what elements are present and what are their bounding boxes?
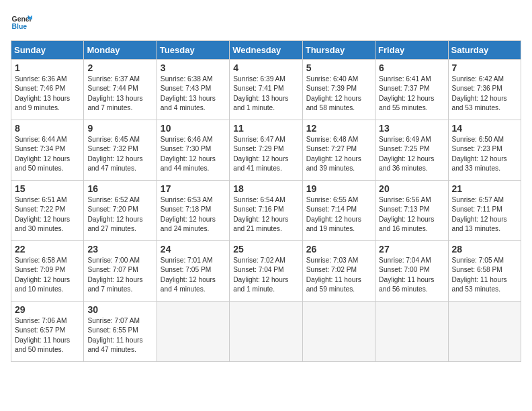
day-info: Sunrise: 6:51 AM Sunset: 7:22 PM Dayligh… (15, 195, 80, 234)
sunset-label: Sunset: 7:46 PM (15, 85, 65, 92)
day-number: 8 (15, 123, 80, 134)
daylight-label: Daylight: 11 hours and 50 minutes. (15, 336, 70, 353)
daylight-label: Daylight: 12 hours and 36 minutes. (379, 155, 434, 172)
day-number: 17 (161, 183, 226, 194)
sunset-label: Sunset: 7:44 PM (87, 85, 138, 92)
daylight-label: Daylight: 12 hours and 19 minutes. (306, 216, 361, 232)
day-info: Sunrise: 6:42 AM Sunset: 7:36 PM Dayligh… (452, 75, 517, 113)
sunrise-label: Sunrise: 6:48 AM (306, 136, 359, 143)
sunset-label: Sunset: 7:41 PM (233, 85, 283, 92)
day-number: 30 (87, 304, 152, 315)
daylight-label: Daylight: 12 hours and 13 minutes. (452, 216, 507, 232)
day-number: 12 (306, 123, 371, 134)
calendar-cell: 21 Sunrise: 6:57 AM Sunset: 7:11 PM Dayl… (448, 181, 521, 241)
day-info: Sunrise: 6:57 AM Sunset: 7:11 PM Dayligh… (452, 195, 517, 234)
sunset-label: Sunset: 7:02 PM (306, 266, 357, 273)
sunrise-label: Sunrise: 6:54 AM (233, 196, 285, 203)
daylight-label: Daylight: 12 hours and 21 minutes. (233, 216, 288, 232)
day-info: Sunrise: 6:49 AM Sunset: 7:25 PM Dayligh… (379, 135, 444, 173)
daylight-label: Daylight: 12 hours and 7 minutes. (87, 276, 142, 293)
sunrise-label: Sunrise: 7:03 AM (306, 257, 359, 264)
sunset-label: Sunset: 7:00 PM (379, 266, 429, 273)
calendar-cell: 1 Sunrise: 6:36 AM Sunset: 7:46 PM Dayli… (11, 60, 84, 120)
daylight-label: Daylight: 12 hours and 55 minutes. (379, 95, 434, 111)
sunset-label: Sunset: 6:58 PM (452, 266, 502, 273)
day-number: 6 (379, 62, 444, 73)
day-number: 26 (306, 244, 371, 255)
sunset-label: Sunset: 7:25 PM (379, 145, 429, 152)
calendar-cell: 23 Sunrise: 7:00 AM Sunset: 7:07 PM Dayl… (84, 241, 157, 302)
daylight-label: Daylight: 12 hours and 53 minutes. (452, 95, 507, 111)
calendar-cell: 20 Sunrise: 6:56 AM Sunset: 7:13 PM Dayl… (375, 181, 448, 241)
sunrise-label: Sunrise: 7:01 AM (161, 257, 213, 264)
daylight-label: Daylight: 12 hours and 27 minutes. (87, 216, 142, 232)
calendar-cell: 10 Sunrise: 6:46 AM Sunset: 7:30 PM Dayl… (157, 120, 229, 181)
day-number: 19 (306, 183, 371, 194)
calendar-cell: 30 Sunrise: 7:07 AM Sunset: 6:55 PM Dayl… (84, 302, 157, 362)
calendar-cell: 19 Sunrise: 6:55 AM Sunset: 7:14 PM Dayl… (302, 181, 375, 241)
calendar-week-1: 1 Sunrise: 6:36 AM Sunset: 7:46 PM Dayli… (11, 60, 521, 120)
calendar-cell: 5 Sunrise: 6:40 AM Sunset: 7:39 PM Dayli… (302, 60, 375, 120)
calendar-cell: 22 Sunrise: 6:58 AM Sunset: 7:09 PM Dayl… (11, 241, 84, 302)
sunset-label: Sunset: 7:20 PM (87, 205, 138, 213)
calendar-cell: 4 Sunrise: 6:39 AM Sunset: 7:41 PM Dayli… (230, 60, 302, 120)
sunrise-label: Sunrise: 6:52 AM (87, 196, 140, 203)
sunrise-label: Sunrise: 6:57 AM (452, 196, 504, 203)
calendar-body: 1 Sunrise: 6:36 AM Sunset: 7:46 PM Dayli… (11, 60, 521, 362)
sunrise-label: Sunrise: 6:37 AM (87, 75, 140, 83)
calendar-cell: 17 Sunrise: 6:53 AM Sunset: 7:18 PM Dayl… (157, 181, 229, 241)
day-number: 15 (15, 183, 80, 194)
calendar-cell: 12 Sunrise: 6:48 AM Sunset: 7:27 PM Dayl… (302, 120, 375, 181)
sunrise-label: Sunrise: 6:50 AM (452, 136, 504, 143)
day-number: 13 (379, 123, 444, 134)
calendar-cell: 26 Sunrise: 7:03 AM Sunset: 7:02 PM Dayl… (302, 241, 375, 302)
sunrise-label: Sunrise: 6:38 AM (161, 75, 213, 83)
calendar-header-wednesday: Wednesday (230, 41, 302, 60)
calendar-cell: 29 Sunrise: 7:06 AM Sunset: 6:57 PM Dayl… (11, 302, 84, 362)
day-number: 16 (87, 183, 152, 194)
sunset-label: Sunset: 7:22 PM (15, 205, 65, 213)
day-number: 22 (15, 244, 80, 255)
sunset-label: Sunset: 6:57 PM (15, 326, 65, 334)
daylight-label: Daylight: 12 hours and 10 minutes. (15, 276, 70, 293)
sunrise-label: Sunrise: 6:47 AM (233, 136, 285, 143)
sunrise-label: Sunrise: 6:36 AM (15, 75, 67, 83)
daylight-label: Daylight: 13 hours and 4 minutes. (161, 95, 216, 111)
calendar-header-monday: Monday (84, 41, 157, 60)
calendar-cell: 16 Sunrise: 6:52 AM Sunset: 7:20 PM Dayl… (84, 181, 157, 241)
day-info: Sunrise: 6:48 AM Sunset: 7:27 PM Dayligh… (306, 135, 371, 173)
calendar-week-2: 8 Sunrise: 6:44 AM Sunset: 7:34 PM Dayli… (11, 120, 521, 181)
day-info: Sunrise: 6:38 AM Sunset: 7:43 PM Dayligh… (161, 75, 226, 113)
sunset-label: Sunset: 7:07 PM (87, 266, 138, 273)
day-info: Sunrise: 7:06 AM Sunset: 6:57 PM Dayligh… (15, 316, 80, 355)
page-header: General Blue (11, 11, 521, 32)
sunrise-label: Sunrise: 6:42 AM (452, 75, 504, 83)
sunrise-label: Sunrise: 6:49 AM (379, 136, 431, 143)
daylight-label: Daylight: 12 hours and 30 minutes. (15, 216, 70, 232)
svg-text:Blue: Blue (12, 23, 28, 30)
sunrise-label: Sunrise: 7:07 AM (87, 317, 140, 324)
calendar-cell: 2 Sunrise: 6:37 AM Sunset: 7:44 PM Dayli… (84, 60, 157, 120)
calendar-cell: 13 Sunrise: 6:49 AM Sunset: 7:25 PM Dayl… (375, 120, 448, 181)
sunrise-label: Sunrise: 6:55 AM (306, 196, 359, 203)
calendar-week-4: 22 Sunrise: 6:58 AM Sunset: 7:09 PM Dayl… (11, 241, 521, 302)
sunrise-label: Sunrise: 6:41 AM (379, 75, 431, 83)
sunrise-label: Sunrise: 6:58 AM (15, 257, 67, 264)
sunset-label: Sunset: 7:39 PM (306, 85, 357, 92)
sunset-label: Sunset: 7:43 PM (161, 85, 211, 92)
calendar-cell: 24 Sunrise: 7:01 AM Sunset: 7:05 PM Dayl… (157, 241, 229, 302)
day-info: Sunrise: 6:46 AM Sunset: 7:30 PM Dayligh… (161, 135, 226, 173)
sunrise-label: Sunrise: 7:00 AM (87, 257, 140, 264)
sunrise-label: Sunrise: 7:02 AM (233, 257, 285, 264)
calendar-cell: 18 Sunrise: 6:54 AM Sunset: 7:16 PM Dayl… (230, 181, 302, 241)
daylight-label: Daylight: 12 hours and 41 minutes. (233, 155, 288, 172)
sunset-label: Sunset: 7:04 PM (233, 266, 283, 273)
calendar-header-sunday: Sunday (11, 41, 84, 60)
day-number: 18 (233, 183, 298, 194)
day-info: Sunrise: 6:41 AM Sunset: 7:37 PM Dayligh… (379, 75, 444, 113)
daylight-label: Daylight: 12 hours and 58 minutes. (306, 95, 361, 111)
sunset-label: Sunset: 7:13 PM (379, 205, 429, 213)
calendar-week-5: 29 Sunrise: 7:06 AM Sunset: 6:57 PM Dayl… (11, 302, 521, 362)
day-number: 21 (452, 183, 517, 194)
day-number: 1 (15, 62, 80, 73)
